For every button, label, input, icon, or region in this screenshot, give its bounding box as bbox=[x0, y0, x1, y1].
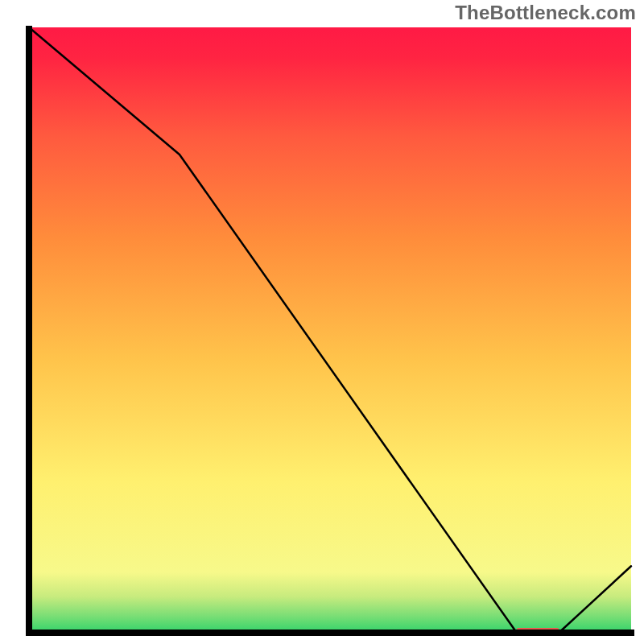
watermark-text: TheBottleneck.com bbox=[455, 2, 636, 24]
chart-svg bbox=[23, 26, 634, 638]
chart-stage: TheBottleneck.com bbox=[0, 0, 644, 644]
gradient-fill bbox=[29, 27, 631, 633]
plot-area bbox=[23, 26, 634, 638]
